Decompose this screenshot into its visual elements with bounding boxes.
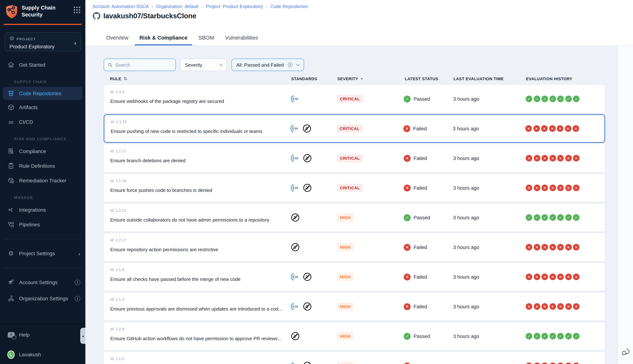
history-pass-icon: ✓ — [549, 96, 556, 102]
collapse-arrow-icon: ◀ — [82, 334, 84, 337]
owasp-standard-icon — [291, 213, 300, 222]
severity-badge: HIGH — [337, 214, 354, 222]
history-pass-icon: ✓ — [542, 333, 548, 340]
history-pass-icon: ✓ — [526, 214, 532, 221]
chat-feedback-icon[interactable] — [621, 347, 630, 358]
sidebar-item-get-started[interactable]: Get Started — [0, 58, 85, 72]
sidebar-item-artifacts[interactable]: Artifacts — [0, 100, 85, 114]
latest-status-cell: ✕ Failed — [394, 144, 450, 172]
sidebar-item-code-repositories[interactable]: Code Repositories — [3, 87, 82, 100]
pipelines-icon — [7, 221, 15, 228]
column-header-rule[interactable]: RULE ⇅ — [104, 76, 287, 81]
history-fail-icon: ✕ — [542, 184, 548, 191]
sidebar-collapse-handle[interactable]: ◀ — [80, 328, 85, 344]
sidebar-item-rule-definitions[interactable]: Rule Definitions — [0, 158, 85, 173]
product-title: Supply Chain Security — [22, 4, 56, 18]
project-selector[interactable]: PROJECT Product Exploratory › — [5, 32, 81, 51]
table-row[interactable]: Id: 1.1.17 Ensure branch deletions are d… — [104, 144, 605, 172]
table-row[interactable]: Id: 1.1.9 Ensure all checks have passed … — [104, 262, 605, 291]
sidebar-item-compliance[interactable]: Compliance — [0, 144, 85, 158]
column-header-latest-status: LATEST STATUS — [395, 76, 450, 81]
svg-text:⚙: ⚙ — [10, 295, 13, 298]
clear-filter-icon[interactable] — [288, 62, 293, 68]
status-filter-dropdown[interactable]: All: Passed and Failed — [232, 58, 304, 71]
standards-cell: CIS — [286, 292, 327, 320]
rule-text: Ensure outside collaborators do not have… — [110, 217, 270, 223]
sidebar-item-remediation-tracker[interactable]: Remediation Tracker — [0, 173, 85, 188]
rule-text: Ensure branch deletions are denied — [110, 158, 186, 163]
status-icon: ✓ — [404, 96, 411, 102]
rules-table: RULE ⇅ STANDARDS SEVERITY ▼ LATEST STATU… — [104, 76, 605, 364]
table-row[interactable]: Id: 1.2.9 Ensure GitHub action workflows… — [104, 322, 605, 350]
latest-status-cell: ✕ Failed — [394, 292, 450, 320]
svg-text:CIS: CIS — [293, 305, 298, 308]
history-fail-icon: ✕ — [526, 303, 532, 310]
history-fail-icon: ✕ — [557, 125, 564, 132]
breadcrumb-link[interactable]: Organization: default — [156, 4, 198, 9]
table-row[interactable]: Id: 1.1.5 CIS HIGH ✕ Failed 3 hours ago … — [104, 352, 605, 364]
history-fail-icon: ✕ — [542, 362, 548, 364]
history-fail-icon: ✕ — [534, 362, 540, 364]
severity-filter-dropdown[interactable]: Severity — [180, 58, 227, 71]
history-pass-icon: ✓ — [557, 96, 564, 102]
sidebar-item-pipelines[interactable]: Pipelines — [0, 217, 85, 232]
user-menu[interactable]: L Lavakush — [0, 347, 85, 362]
sidebar-item-organization-settings[interactable]: ⚙ Organization Settings i — [0, 291, 85, 306]
column-header-evaluation-history: EVALUATION HISTORY — [521, 76, 605, 81]
info-icon[interactable]: i — [75, 296, 80, 301]
section-label-supply-chain: SUPPLY CHAIN — [0, 72, 85, 87]
history-fail-icon: ✕ — [542, 244, 548, 250]
table-row[interactable]: Id: 1.2.17 Ensure repository action perm… — [104, 233, 605, 262]
tab-vulnerabilities[interactable]: Vulnerabilities — [220, 30, 264, 46]
sidebar-item-project-settings[interactable]: ⚙ Project Settings › — [0, 246, 85, 261]
status-label: Failed — [414, 304, 427, 309]
breadcrumb-link[interactable]: Project: Product Exploratory — [206, 4, 263, 9]
history-fail-icon: ✕ — [526, 274, 532, 280]
chevron-right-icon: › — [78, 250, 80, 256]
rule-id: Id: 1.2.21 — [110, 208, 126, 212]
history-fail-icon: ✕ — [557, 303, 564, 310]
history-fail-icon: ✕ — [565, 184, 572, 191]
rule-id: Id: 1.2.9 — [110, 327, 124, 331]
infinity-icon: ∞ — [7, 118, 15, 126]
github-icon — [93, 12, 100, 20]
rule-id: Id: 1.1.17 — [110, 149, 126, 153]
sidebar-item-cicd[interactable]: ∞ CI/CD — [0, 114, 85, 129]
scrollbar-track[interactable] — [618, 46, 633, 364]
sort-icon[interactable]: ⇅ — [124, 76, 127, 81]
column-header-severity[interactable]: SEVERITY ▼ — [327, 76, 395, 81]
tab-sbom[interactable]: SBOM — [193, 30, 220, 46]
history-fail-icon: ✕ — [573, 274, 580, 280]
rule-text: Ensure webhooks of the package registry … — [110, 98, 224, 104]
tab-risk-compliance[interactable]: Risk & Compliance — [134, 30, 193, 46]
table-row[interactable]: Id: 1.1.16 Ensure force pushes code to b… — [104, 174, 605, 202]
info-icon[interactable]: i — [75, 280, 80, 285]
sidebar-item-integrations[interactable]: Integrations — [0, 202, 85, 217]
svg-text:CIS: CIS — [293, 97, 298, 101]
table-row[interactable]: Id: 1.2.21 Ensure outside collaborators … — [104, 203, 605, 232]
owasp-standard-icon — [303, 184, 312, 192]
search-input[interactable] — [115, 62, 172, 68]
status-icon: ✕ — [404, 303, 411, 310]
rule-text: Ensure GitHub action workflows do not ha… — [110, 336, 283, 341]
history-fail-icon: ✕ — [526, 184, 532, 191]
cis-standard-icon: CIS — [291, 302, 300, 311]
history-fail-icon: ✕ — [565, 125, 571, 132]
status-icon: ✕ — [404, 362, 411, 364]
history-fail-icon: ✕ — [573, 155, 580, 162]
table-row[interactable]: Id: 4.3.4 Ensure webhooks of the package… — [104, 84, 605, 113]
sidebar-item-help[interactable]: ? Help — [0, 328, 85, 342]
table-row[interactable]: Id: 1.1.15 Ensure pushing of new code is… — [104, 114, 605, 143]
status-icon: ✕ — [403, 125, 410, 132]
breadcrumb-link[interactable]: Code Repositories — [270, 4, 308, 9]
last-evaluation-time: 3 hours ago — [450, 85, 521, 113]
cis-standard-icon: CIS — [291, 154, 300, 162]
evaluation-history: ✕✕✕✕✕✕✕ — [521, 174, 605, 202]
standards-cell: CIS — [286, 115, 326, 142]
module-grid-icon[interactable] — [74, 6, 80, 13]
chevron-right-icon: › — [74, 40, 76, 47]
sidebar-item-account-settings[interactable]: ⚙ Account Settings i — [0, 275, 85, 290]
table-row[interactable]: Id: 1.1.4 Ensure previous approvals are … — [104, 292, 605, 321]
breadcrumb-link[interactable]: Account: Automation-SSCA — [93, 4, 149, 9]
tab-overview[interactable]: Overview — [101, 30, 134, 46]
